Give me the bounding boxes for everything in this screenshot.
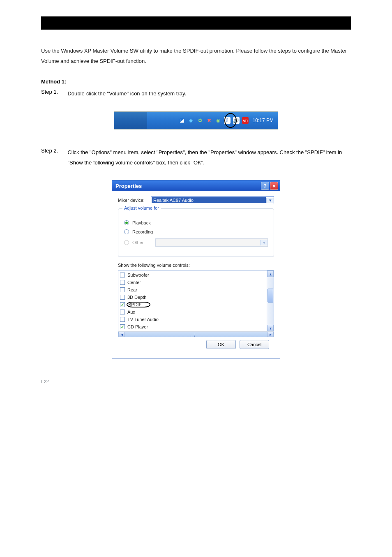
properties-dialog-figure: Properties ? × Mixer device: Realtek AC9… — [41, 180, 351, 358]
list-item-label: Aux — [127, 310, 135, 314]
list-item[interactable]: Rear — [120, 286, 265, 294]
tray-icon-5[interactable]: ◉ — [215, 117, 221, 124]
step-2: Step 2. Click the "Options" menu item, s… — [41, 148, 351, 168]
volume-controls-label: Show the following volume controls: — [118, 263, 274, 268]
adjust-volume-groupbox: Adjust volume for Playback Recording Oth… — [118, 208, 274, 257]
ati-icon[interactable]: ATI — [242, 117, 249, 124]
dialog-title: Properties — [115, 183, 260, 189]
list-item[interactable]: Aux — [120, 308, 265, 316]
taskbar-left-segment — [114, 112, 147, 129]
list-item-label: Subwoofer — [127, 273, 149, 277]
radio-recording-label: Recording — [132, 229, 153, 234]
intro-paragraph: Use the Windows XP Master Volume SW util… — [41, 46, 351, 66]
volume-controls-listbox: Subwoofer Center Rear — [118, 270, 274, 334]
titlebar-close-button[interactable]: × — [270, 182, 278, 190]
titlebar-help-button[interactable]: ? — [261, 182, 269, 190]
properties-dialog: Properties ? × Mixer device: Realtek AC9… — [112, 180, 280, 358]
list-item-label: Rear — [127, 287, 137, 292]
adjust-volume-title: Adjust volume for — [122, 206, 161, 210]
radio-other: Other ▾ — [124, 238, 268, 247]
tray-icon-1[interactable]: ◪ — [179, 117, 185, 124]
tray-icon-4[interactable]: ✖ — [206, 117, 212, 124]
list-item-label: Center — [127, 280, 141, 285]
radio-recording[interactable]: Recording — [124, 229, 268, 234]
dialog-titlebar: Properties ? × — [112, 180, 280, 191]
scroll-up-button[interactable]: ▴ — [267, 270, 274, 277]
taskbar-clock: 10:17 PM — [251, 118, 275, 123]
scroll-right-button[interactable]: ▸ — [267, 332, 274, 337]
vscroll-thumb[interactable] — [267, 289, 273, 303]
hscroll-thumb-grip-icon: ⋮⋮ — [189, 333, 192, 337]
checkbox-subwoofer[interactable] — [120, 273, 125, 277]
list-item[interactable]: 3D Depth — [120, 294, 265, 301]
black-header-bar — [41, 16, 351, 30]
chevron-down-icon: ▾ — [260, 240, 267, 245]
list-item-label: CD Player — [127, 324, 148, 329]
cancel-button[interactable]: Cancel — [240, 340, 269, 349]
radio-other-control — [124, 240, 129, 245]
list-item[interactable]: Center — [120, 279, 265, 286]
list-item[interactable]: Subwoofer — [120, 271, 265, 279]
checkbox-tv-tuner[interactable] — [120, 317, 125, 322]
list-item[interactable]: ✓ CD Player — [120, 323, 265, 331]
mixer-device-dropdown[interactable]: Realtek AC97 Audio ▾ — [151, 196, 274, 204]
step-2-label: Step 2. — [41, 148, 66, 154]
vscroll-track[interactable] — [267, 277, 274, 325]
checkbox-3d-depth[interactable] — [120, 295, 125, 300]
list-item-spdif[interactable]: ✓ SPDIF — [120, 301, 265, 308]
step-1-text: Double-click the "Volume" icon on the sy… — [67, 89, 348, 99]
radio-playback[interactable]: Playback — [124, 220, 268, 225]
checkbox-aux[interactable] — [120, 310, 125, 314]
radio-recording-control[interactable] — [124, 229, 129, 234]
checkbox-cd-player[interactable]: ✓ — [120, 324, 125, 329]
chevron-down-icon: ▾ — [266, 198, 274, 203]
mixer-device-value: Realtek AC97 Audio — [152, 197, 266, 203]
mixer-device-label: Mixer device: — [118, 198, 151, 203]
tray-icon-2[interactable]: ◆ — [188, 117, 194, 124]
step-1-label: Step 1. — [41, 89, 66, 95]
checkbox-spdif[interactable]: ✓ — [120, 302, 125, 307]
step-2-text: Click the "Options" menu item, select "P… — [67, 148, 348, 168]
list-item-label: TV Tuner Audio — [127, 317, 159, 322]
list-item[interactable]: TV Tuner Audio — [120, 316, 265, 323]
radio-playback-control[interactable] — [124, 220, 129, 225]
other-disabled-dropdown: ▾ — [155, 238, 268, 247]
taskbar-figure: ◪ ◆ ✿ ✖ ◉ ⇩ 🔊 ATI 10:17 PM — [41, 111, 351, 131]
windows-taskbar: ◪ ◆ ✿ ✖ ◉ ⇩ 🔊 ATI 10:17 PM — [114, 111, 278, 129]
list-item-label: SPDIF — [128, 302, 141, 307]
radio-playback-label: Playback — [132, 220, 151, 225]
checkbox-rear[interactable] — [120, 287, 125, 292]
checkbox-center[interactable] — [120, 280, 125, 285]
annotation-circle-spdif: SPDIF — [127, 302, 150, 307]
scroll-left-button[interactable]: ◂ — [118, 332, 125, 337]
page-number: I-22 — [41, 379, 351, 384]
tray-icon-3[interactable]: ✿ — [197, 117, 203, 124]
vertical-scrollbar[interactable]: ▴ ▾ — [267, 270, 274, 331]
volume-icon[interactable]: 🔊 — [233, 117, 240, 124]
scroll-down-button[interactable]: ▾ — [267, 325, 274, 331]
list-item-label: 3D Depth — [127, 295, 146, 300]
tray-icon-safely-remove[interactable]: ⇩ — [224, 117, 231, 124]
radio-other-label: Other — [132, 240, 144, 245]
step-1: Step 1. Double-click the "Volume" icon o… — [41, 89, 351, 99]
method-title: Method 1: — [41, 79, 351, 85]
ok-button[interactable]: OK — [206, 340, 236, 349]
hscroll-track[interactable]: ⋮⋮ — [125, 332, 267, 337]
horizontal-scrollbar[interactable]: ◂ ⋮⋮ ▸ — [118, 331, 274, 337]
system-tray: ◪ ◆ ✿ ✖ ◉ ⇩ 🔊 ATI 10:17 PM — [179, 112, 275, 129]
